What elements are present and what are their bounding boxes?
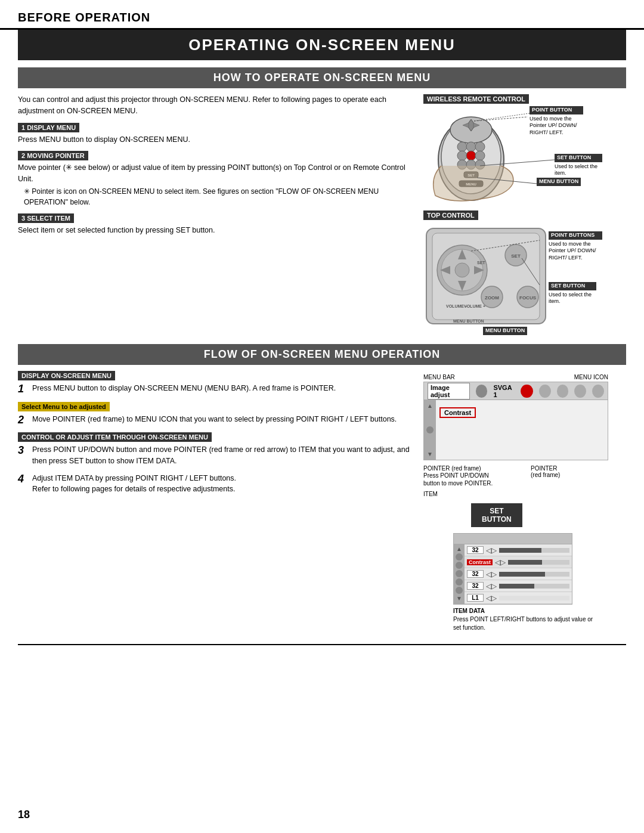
menu-button-bottom-annotation: MENU BUTTON bbox=[483, 327, 527, 335]
svg-text:ZOOM: ZOOM bbox=[485, 295, 499, 301]
flow-step3: 3 Press POINT UP/DOWN button and move PO… bbox=[18, 444, 411, 467]
top-control-svg: VOLUME – VOLUME + SET SET ZOOM FOCUS MEN… bbox=[423, 222, 555, 327]
svg-point-10 bbox=[466, 151, 476, 160]
step1-content: Press MENU button to display ON-SCREEN M… bbox=[32, 383, 411, 394]
row4-val: 32 bbox=[467, 582, 484, 590]
step2-header: 2 MOVING POINTER bbox=[18, 151, 88, 160]
step3-block: 3 SELECT ITEM Select item or set selecte… bbox=[18, 213, 411, 236]
item-data-sidebar-layout: ▲ ▼ 32 ◁▷ bbox=[454, 544, 572, 604]
step2-num: 2 bbox=[18, 414, 27, 427]
flow-step1: 1 Press MENU button to display ON-SCREEN… bbox=[18, 383, 411, 396]
menu-icon-1 bbox=[476, 385, 488, 398]
menu-bar-annotations: POINTER (red frame) Press POINT UP/DOWN … bbox=[423, 465, 608, 497]
page-number: 18 bbox=[18, 809, 30, 821]
row4-arrow: ◁▷ bbox=[486, 582, 497, 590]
svg-point-11 bbox=[475, 151, 485, 160]
item-data-annotations: ITEM DATA Press POINT LEFT/RIGHT buttons… bbox=[453, 607, 602, 632]
set-button-annotation: SET BUTTON Used to select the item. bbox=[555, 154, 602, 177]
svg-point-9 bbox=[457, 151, 467, 160]
set-button-label: SET bbox=[482, 507, 512, 515]
menu-items-area: Contrast bbox=[436, 400, 608, 460]
step4-text: Adjust ITEM DATA by pressing POINT RIGHT… bbox=[32, 474, 236, 482]
item-data-container: ▲ ▼ 32 ◁▷ bbox=[423, 533, 626, 632]
pointer-red-frame-annotation: POINTER (red frame) Press POINT UP/DOWN … bbox=[423, 465, 495, 487]
before-operation-title: BEFORE OPERATION bbox=[18, 11, 150, 24]
contrast-menu-item: Contrast bbox=[439, 407, 476, 418]
scroll-arrows: ▲ ▼ bbox=[424, 400, 436, 460]
set-button-sublabel: BUTTON bbox=[482, 515, 512, 524]
item-data-header-bar bbox=[454, 534, 572, 544]
step3-text: Select item or set selected function by … bbox=[18, 225, 411, 236]
flow-step3-header: Control or adjust item through ON-SCREEN… bbox=[18, 432, 212, 442]
row1-val: 32 bbox=[467, 546, 484, 554]
menu-button-annotation: MENU BUTTON bbox=[537, 178, 581, 186]
item-icon-3 bbox=[456, 570, 463, 577]
menu-icon-6 bbox=[592, 385, 604, 398]
menu-bar-top: Image adjust SVGA 1 bbox=[424, 382, 608, 400]
set-button-desc: Used to select the item. bbox=[555, 163, 602, 177]
top-control-section: TOP CONTROL bbox=[423, 210, 626, 336]
pointer-label2: POINTER bbox=[531, 465, 560, 472]
menu-bar-diagram: Image adjust SVGA 1 ▲ ▼ bbox=[423, 382, 608, 460]
item-data-label: ITEM DATA bbox=[453, 607, 602, 615]
main-title-bar: OPERATING ON-SCREEN MENU bbox=[18, 30, 626, 60]
menu-icon-label: MENU ICON bbox=[574, 374, 608, 380]
step1-num: 1 bbox=[18, 383, 27, 396]
rowl1-bar bbox=[499, 596, 569, 600]
set-button-box: SET BUTTON bbox=[471, 503, 522, 527]
svg-text:FOCUS: FOCUS bbox=[519, 295, 537, 301]
step3-header: 3 SELECT ITEM bbox=[18, 213, 74, 223]
item-data-row-contrast: Contrast ◁▷ bbox=[465, 556, 572, 568]
content-area: You can control and adjust this projecto… bbox=[18, 94, 626, 336]
item-data-row-1: 32 ◁▷ bbox=[465, 544, 572, 556]
point-button-label: POINT BUTTON bbox=[530, 106, 583, 114]
pointer-annotation-2: POINTER (red frame) bbox=[531, 465, 560, 487]
section1-title: HOW TO OPERATE ON-SCREEN MENU bbox=[18, 72, 626, 84]
menu-icon-2 bbox=[521, 385, 532, 398]
main-title: OPERATING ON-SCREEN MENU bbox=[18, 36, 626, 54]
svg-text:VOLUME +: VOLUME + bbox=[464, 304, 485, 308]
svg-point-8 bbox=[475, 142, 485, 151]
step1-text: Press MENU button to display ON-SCREEN M… bbox=[18, 134, 411, 145]
step2-text: Move pointer (✳ see below) or adjust val… bbox=[18, 162, 411, 185]
top-set-button-annotation: SET BUTTON Used to select the item. bbox=[549, 282, 596, 305]
point-buttons-label: POINT BUTTONS bbox=[549, 231, 602, 240]
top-control-illustration: VOLUME – VOLUME + SET SET ZOOM FOCUS MEN… bbox=[423, 222, 614, 336]
point-buttons-annotation: POINT BUTTONS Used to move the Pointer U… bbox=[549, 231, 602, 262]
contrast-bar bbox=[508, 560, 569, 565]
menu-icon-5 bbox=[574, 385, 586, 398]
contrast-arrow: ◁▷ bbox=[495, 558, 506, 566]
item-data-row-3: 32 ◁▷ bbox=[465, 568, 572, 580]
menu-bar-body: ▲ ▼ Contrast bbox=[424, 400, 608, 460]
item-scroll-down: ▼ bbox=[456, 595, 462, 602]
row3-val: 32 bbox=[467, 570, 484, 578]
item-icon-5 bbox=[456, 587, 463, 594]
point-button-annotation: POINT BUTTON Used to move the Pointer UP… bbox=[530, 106, 583, 137]
step2-content: Move POINTER (red frame) to MENU ICON th… bbox=[32, 414, 411, 425]
pointer-label2-desc: (red frame) bbox=[531, 472, 560, 478]
point-button-desc: Used to move the Pointer UP/ DOWN/ RIGHT… bbox=[530, 116, 583, 137]
svg-point-7 bbox=[466, 142, 476, 151]
flow-section-header: FLOW OF ON-SCREEN MENU OPERATION bbox=[18, 344, 626, 365]
item-icon-4 bbox=[456, 578, 463, 586]
flow-step2: 2 Move POINTER (red frame) to MENU ICON … bbox=[18, 414, 411, 427]
step2-block: 2 MOVING POINTER Move pointer (✳ see bel… bbox=[18, 151, 411, 208]
contrast-row-label: Contrast bbox=[467, 559, 493, 565]
right-column: WIRELESS REMOTE CONTROL bbox=[423, 94, 626, 336]
step1-block: 1 DISPLAY MENU Press MENU button to disp… bbox=[18, 123, 411, 145]
bottom-rule bbox=[18, 644, 626, 645]
remote-section: WIRELESS REMOTE CONTROL bbox=[423, 94, 626, 205]
item-data-diagram: ▲ ▼ 32 ◁▷ bbox=[453, 533, 572, 605]
left-column: You can control and adjust this projecto… bbox=[18, 94, 411, 336]
item-data-rows: 32 ◁▷ Contrast ◁▷ 32 ◁ bbox=[465, 544, 572, 604]
top-set-button-label: SET BUTTON bbox=[549, 282, 596, 290]
step1-header: 1 DISPLAY MENU bbox=[18, 123, 79, 132]
remote-label: WIRELESS REMOTE CONTROL bbox=[423, 94, 529, 104]
item-label-annotation: ITEM bbox=[423, 491, 608, 497]
flow-content: Display ON-SCREEN MENU 1 Press MENU butt… bbox=[18, 371, 626, 632]
svg-text:MENU BUTTON: MENU BUTTON bbox=[453, 319, 484, 323]
top-set-button-desc: Used to select the item. bbox=[549, 292, 596, 305]
point-buttons-desc: Used to move the Pointer UP/ DOWN/ RIGHT… bbox=[549, 241, 602, 262]
row4-bar bbox=[499, 584, 569, 589]
row1-bar bbox=[499, 548, 569, 553]
